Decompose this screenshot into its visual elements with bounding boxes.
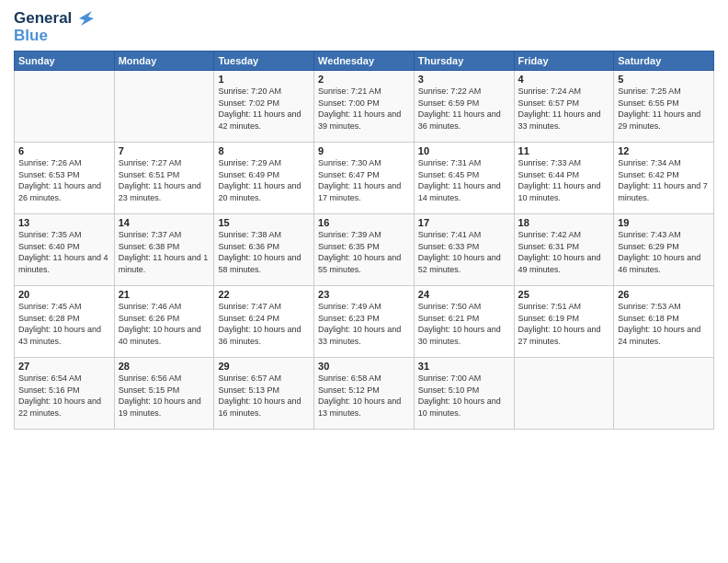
day-number: 13 <box>18 217 110 228</box>
day-cell: 7Sunrise: 7:27 AM Sunset: 6:51 PM Daylig… <box>114 143 214 214</box>
day-cell <box>614 358 714 430</box>
day-number: 21 <box>119 289 210 300</box>
day-cell: 2Sunrise: 7:21 AM Sunset: 7:00 PM Daylig… <box>314 71 415 143</box>
week-row-4: 27Sunrise: 6:54 AM Sunset: 5:16 PM Dayli… <box>15 358 714 430</box>
day-cell <box>15 71 115 143</box>
day-info: Sunrise: 7:43 AM Sunset: 6:29 PM Dayligh… <box>618 229 710 275</box>
day-cell: 1Sunrise: 7:20 AM Sunset: 7:02 PM Daylig… <box>214 71 314 143</box>
day-cell: 3Sunrise: 7:22 AM Sunset: 6:59 PM Daylig… <box>414 71 514 143</box>
day-info: Sunrise: 7:37 AM Sunset: 6:38 PM Dayligh… <box>119 229 210 275</box>
day-number: 1 <box>218 74 310 85</box>
day-info: Sunrise: 7:39 AM Sunset: 6:35 PM Dayligh… <box>318 229 410 275</box>
day-info: Sunrise: 7:49 AM Sunset: 6:23 PM Dayligh… <box>318 301 410 347</box>
day-number: 4 <box>518 74 610 85</box>
day-info: Sunrise: 7:41 AM Sunset: 6:33 PM Dayligh… <box>418 229 510 275</box>
day-cell: 6Sunrise: 7:26 AM Sunset: 6:53 PM Daylig… <box>15 143 115 214</box>
day-info: Sunrise: 7:31 AM Sunset: 6:45 PM Dayligh… <box>418 157 510 203</box>
day-cell: 8Sunrise: 7:29 AM Sunset: 6:49 PM Daylig… <box>214 143 314 214</box>
header-saturday: Saturday <box>614 52 714 71</box>
day-info: Sunrise: 7:51 AM Sunset: 6:19 PM Dayligh… <box>518 301 610 347</box>
day-cell: 15Sunrise: 7:38 AM Sunset: 6:36 PM Dayli… <box>214 214 314 286</box>
day-info: Sunrise: 7:22 AM Sunset: 6:59 PM Dayligh… <box>418 86 510 132</box>
logo-blue: Blue <box>14 27 98 45</box>
day-number: 7 <box>119 145 210 156</box>
day-number: 11 <box>518 145 610 156</box>
day-info: Sunrise: 7:33 AM Sunset: 6:44 PM Dayligh… <box>518 157 610 203</box>
day-info: Sunrise: 7:29 AM Sunset: 6:49 PM Dayligh… <box>218 157 310 203</box>
day-number: 9 <box>318 145 410 156</box>
day-info: Sunrise: 7:24 AM Sunset: 6:57 PM Dayligh… <box>518 86 610 132</box>
day-number: 12 <box>618 145 710 156</box>
day-number: 17 <box>418 217 510 228</box>
day-cell: 10Sunrise: 7:31 AM Sunset: 6:45 PM Dayli… <box>414 143 514 214</box>
day-number: 10 <box>418 145 510 156</box>
day-number: 19 <box>618 217 710 228</box>
day-number: 27 <box>18 361 110 372</box>
day-info: Sunrise: 7:30 AM Sunset: 6:47 PM Dayligh… <box>318 157 410 203</box>
day-cell: 31Sunrise: 7:00 AM Sunset: 5:10 PM Dayli… <box>414 358 514 430</box>
day-number: 2 <box>318 74 410 85</box>
day-info: Sunrise: 6:56 AM Sunset: 5:15 PM Dayligh… <box>119 373 210 419</box>
day-info: Sunrise: 6:54 AM Sunset: 5:16 PM Dayligh… <box>18 373 110 419</box>
day-number: 28 <box>119 361 210 372</box>
logo-icon <box>77 9 97 29</box>
svg-marker-0 <box>79 11 94 26</box>
day-cell <box>514 358 614 430</box>
calendar-header-row: SundayMondayTuesdayWednesdayThursdayFrid… <box>15 52 714 71</box>
day-cell: 14Sunrise: 7:37 AM Sunset: 6:38 PM Dayli… <box>114 214 214 286</box>
day-cell: 24Sunrise: 7:50 AM Sunset: 6:21 PM Dayli… <box>414 286 514 358</box>
week-row-3: 20Sunrise: 7:45 AM Sunset: 6:28 PM Dayli… <box>15 286 714 358</box>
week-row-1: 6Sunrise: 7:26 AM Sunset: 6:53 PM Daylig… <box>15 143 714 214</box>
day-number: 30 <box>318 361 410 372</box>
day-cell: 18Sunrise: 7:42 AM Sunset: 6:31 PM Dayli… <box>514 214 614 286</box>
day-info: Sunrise: 7:20 AM Sunset: 7:02 PM Dayligh… <box>218 86 310 132</box>
day-cell: 9Sunrise: 7:30 AM Sunset: 6:47 PM Daylig… <box>314 143 415 214</box>
day-number: 6 <box>18 145 110 156</box>
day-number: 24 <box>418 289 510 300</box>
day-info: Sunrise: 7:53 AM Sunset: 6:18 PM Dayligh… <box>618 301 710 347</box>
day-number: 23 <box>318 289 410 300</box>
header-thursday: Thursday <box>414 52 514 71</box>
day-number: 18 <box>518 217 610 228</box>
day-number: 8 <box>218 145 310 156</box>
day-cell: 4Sunrise: 7:24 AM Sunset: 6:57 PM Daylig… <box>514 71 614 143</box>
day-info: Sunrise: 7:27 AM Sunset: 6:51 PM Dayligh… <box>119 157 210 203</box>
header-tuesday: Tuesday <box>214 52 314 71</box>
day-cell: 26Sunrise: 7:53 AM Sunset: 6:18 PM Dayli… <box>614 286 714 358</box>
header-wednesday: Wednesday <box>314 52 415 71</box>
day-cell: 25Sunrise: 7:51 AM Sunset: 6:19 PM Dayli… <box>514 286 614 358</box>
day-cell: 28Sunrise: 6:56 AM Sunset: 5:15 PM Dayli… <box>114 358 214 430</box>
day-info: Sunrise: 6:58 AM Sunset: 5:12 PM Dayligh… <box>318 373 410 419</box>
day-number: 14 <box>119 217 210 228</box>
day-info: Sunrise: 7:35 AM Sunset: 6:40 PM Dayligh… <box>18 229 110 275</box>
day-number: 29 <box>218 361 310 372</box>
day-info: Sunrise: 7:21 AM Sunset: 7:00 PM Dayligh… <box>318 86 410 132</box>
calendar-table: SundayMondayTuesdayWednesdayThursdayFrid… <box>14 51 714 430</box>
day-info: Sunrise: 7:26 AM Sunset: 6:53 PM Dayligh… <box>18 157 110 203</box>
day-info: Sunrise: 7:46 AM Sunset: 6:26 PM Dayligh… <box>119 301 210 347</box>
day-info: Sunrise: 7:45 AM Sunset: 6:28 PM Dayligh… <box>18 301 110 347</box>
day-number: 15 <box>218 217 310 228</box>
day-cell: 27Sunrise: 6:54 AM Sunset: 5:16 PM Dayli… <box>15 358 115 430</box>
day-info: Sunrise: 7:47 AM Sunset: 6:24 PM Dayligh… <box>218 301 310 347</box>
day-cell: 19Sunrise: 7:43 AM Sunset: 6:29 PM Dayli… <box>614 214 714 286</box>
day-number: 22 <box>218 289 310 300</box>
logo: General Blue <box>14 9 98 45</box>
day-cell: 29Sunrise: 6:57 AM Sunset: 5:13 PM Dayli… <box>214 358 314 430</box>
day-cell: 17Sunrise: 7:41 AM Sunset: 6:33 PM Dayli… <box>414 214 514 286</box>
day-number: 5 <box>618 74 710 85</box>
day-cell: 21Sunrise: 7:46 AM Sunset: 6:26 PM Dayli… <box>114 286 214 358</box>
day-number: 25 <box>518 289 610 300</box>
day-number: 26 <box>618 289 710 300</box>
week-row-0: 1Sunrise: 7:20 AM Sunset: 7:02 PM Daylig… <box>15 71 714 143</box>
day-number: 31 <box>418 361 510 372</box>
header: General Blue <box>14 9 714 45</box>
day-info: Sunrise: 7:00 AM Sunset: 5:10 PM Dayligh… <box>418 373 510 419</box>
day-number: 16 <box>318 217 410 228</box>
day-cell <box>114 71 214 143</box>
day-cell: 12Sunrise: 7:34 AM Sunset: 6:42 PM Dayli… <box>614 143 714 214</box>
day-info: Sunrise: 7:50 AM Sunset: 6:21 PM Dayligh… <box>418 301 510 347</box>
day-cell: 23Sunrise: 7:49 AM Sunset: 6:23 PM Dayli… <box>314 286 415 358</box>
day-info: Sunrise: 7:25 AM Sunset: 6:55 PM Dayligh… <box>618 86 710 132</box>
day-number: 20 <box>18 289 110 300</box>
